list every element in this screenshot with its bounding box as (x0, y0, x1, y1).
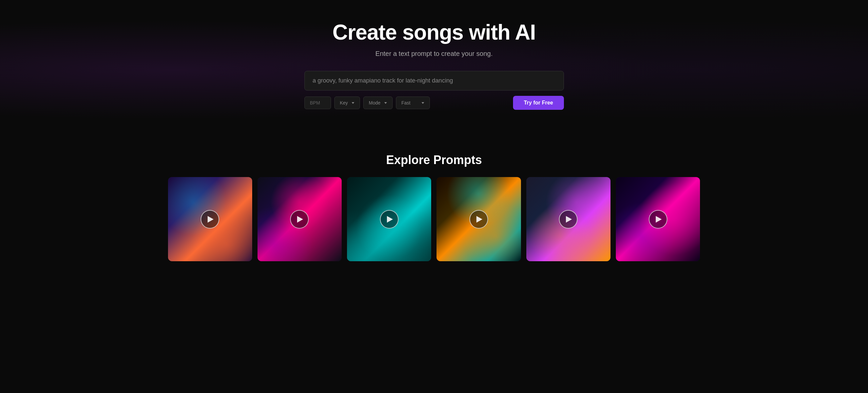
play-button-2[interactable] (290, 210, 309, 229)
speed-select[interactable]: Fast Slow Medium (396, 96, 430, 109)
mode-select-input[interactable]: Mode Major Minor (369, 100, 381, 105)
prompt-card-5[interactable] (526, 177, 611, 261)
play-icon-4 (476, 216, 483, 223)
key-select-input[interactable]: Key C D E F G A B (340, 100, 348, 105)
play-button-5[interactable] (559, 210, 578, 229)
explore-section: Explore Prompts (0, 140, 868, 281)
play-icon-5 (566, 216, 572, 223)
prompt-card-1[interactable] (168, 177, 252, 261)
key-chevron-icon (352, 102, 354, 104)
explore-title: Explore Prompts (13, 153, 855, 167)
search-container: Key C D E F G A B Mode Major Minor (304, 71, 564, 110)
play-button-4[interactable] (469, 210, 488, 229)
try-for-free-button[interactable]: Try for Free (513, 96, 564, 110)
prompts-grid (168, 177, 700, 261)
prompt-card-4[interactable] (436, 177, 521, 261)
prompt-card-3[interactable] (347, 177, 431, 261)
hero-section: Create songs with AI Enter a text prompt… (0, 0, 868, 140)
play-icon-1 (208, 216, 214, 223)
speed-select-input[interactable]: Fast Slow Medium (402, 100, 418, 105)
play-icon-3 (387, 216, 393, 223)
play-icon-2 (297, 216, 303, 223)
controls-row: Key C D E F G A B Mode Major Minor (304, 96, 564, 110)
key-select[interactable]: Key C D E F G A B (334, 96, 360, 109)
search-input-wrapper (304, 71, 564, 91)
prompt-input[interactable] (313, 77, 556, 84)
play-button-6[interactable] (649, 210, 668, 229)
prompt-card-6[interactable] (616, 177, 700, 261)
play-button-1[interactable] (200, 210, 219, 229)
play-icon-6 (656, 216, 662, 223)
prompt-card-2[interactable] (257, 177, 342, 261)
mode-select[interactable]: Mode Major Minor (363, 96, 393, 109)
hero-title: Create songs with AI (332, 20, 536, 44)
play-button-3[interactable] (380, 210, 399, 229)
speed-chevron-icon (422, 102, 424, 104)
mode-chevron-icon (384, 102, 387, 104)
hero-subtitle: Enter a text prompt to create your song. (375, 50, 492, 58)
bpm-input[interactable] (304, 96, 331, 109)
